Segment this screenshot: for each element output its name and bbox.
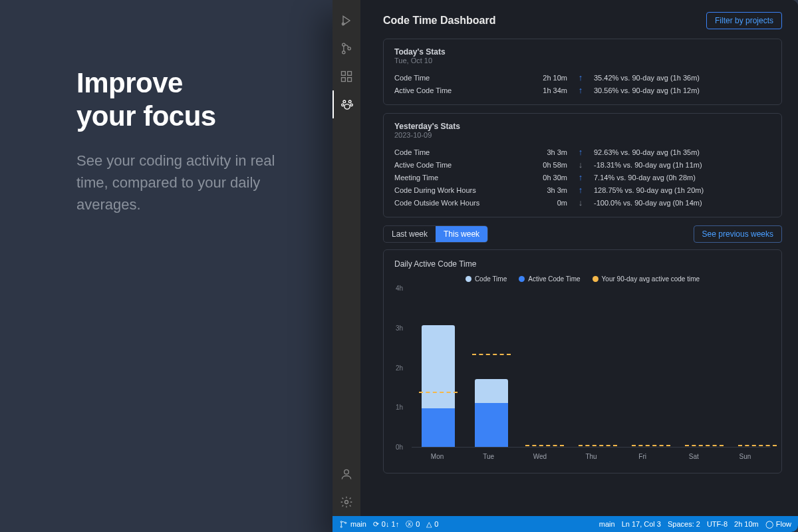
promo-heading: Improve your focus <box>76 66 299 134</box>
avg-line <box>525 445 564 446</box>
stat-label: Code During Work Hours <box>394 186 527 194</box>
run-icon[interactable] <box>332 7 360 35</box>
warnings-indicator[interactable]: △ 0 <box>426 520 438 529</box>
stat-value: 2h 10m <box>527 74 567 82</box>
arrow-up-icon: ↑ <box>567 147 594 157</box>
x-label: Tue <box>463 448 514 467</box>
y-tick: 4h <box>396 285 403 292</box>
account-icon[interactable] <box>332 460 360 488</box>
chart-panel: Daily Active Code Time Code Time Active … <box>383 249 782 473</box>
stat-value: 1h 34m <box>527 86 567 94</box>
legend-active-code-time: Active Code Time <box>519 275 580 283</box>
stat-comparison: 92.63% vs. 90-day avg (1h 35m) <box>594 148 771 156</box>
stat-comparison: 35.42% vs. 90-day avg (1h 36m) <box>594 74 771 82</box>
stat-label: Meeting Time <box>394 174 527 182</box>
stat-label: Active Code Time <box>394 86 527 94</box>
stat-value: 0m <box>527 199 567 207</box>
legend-code-time: Code Time <box>466 275 507 283</box>
stat-comparison: 30.56% vs. 90-day avg (1h 12m) <box>594 86 771 94</box>
stat-row: Meeting Time0h 30m↑7.14% vs. 90-day avg … <box>394 171 771 184</box>
previous-weeks-button[interactable]: See previous weeks <box>694 225 782 243</box>
source-control-icon[interactable] <box>332 35 360 63</box>
arrow-down-icon: ↓ <box>567 160 594 170</box>
sync-indicator[interactable]: ⟳ 0↓ 1↑ <box>373 520 399 529</box>
avg-line <box>632 445 670 446</box>
stat-value: 3h 3m <box>527 186 567 194</box>
avg-line <box>419 392 458 393</box>
panel-title: Yesterday's Stats <box>394 122 771 131</box>
promo-panel: Improve your focus See your coding activ… <box>0 0 332 532</box>
chart-title: Daily Active Code Time <box>394 259 771 269</box>
arrow-down-icon: ↓ <box>567 198 594 207</box>
extensions-icon[interactable] <box>332 63 360 90</box>
svg-point-15 <box>340 521 342 522</box>
stat-comparison: -18.31% vs. 90-day avg (1h 11m) <box>594 161 771 169</box>
status-bar: main ⟳ 0↓ 1↑ ⓧ 0 △ 0 main Ln 17, Col 3 S… <box>332 516 798 532</box>
cursor-position[interactable]: Ln 17, Col 3 <box>622 520 661 528</box>
svg-point-8 <box>343 100 346 103</box>
arrow-up-icon: ↑ <box>567 72 594 82</box>
flow-status[interactable]: ◯ Flow <box>765 520 791 529</box>
arrow-up-icon: ↑ <box>567 85 594 95</box>
stat-row: Active Code Time0h 58m↓-18.31% vs. 90-da… <box>394 158 771 171</box>
encoding[interactable]: UTF-8 <box>707 520 728 528</box>
week-tabs: Last week This week <box>383 225 488 243</box>
chart-legend: Code Time Active Code Time Your 90-day a… <box>394 275 771 283</box>
avg-line <box>472 354 511 355</box>
svg-point-2 <box>342 51 345 54</box>
software-paw-icon[interactable] <box>332 90 360 118</box>
stat-comparison: 128.75% vs. 90-day avg (1h 20m) <box>594 186 771 194</box>
svg-rect-4 <box>342 72 346 76</box>
tab-last-week[interactable]: Last week <box>384 226 436 242</box>
y-tick: 2h <box>396 364 403 371</box>
dashboard-title: Code Time Dashboard <box>383 15 496 27</box>
legend-avg: Your 90-day avg active code time <box>593 275 700 283</box>
branch-indicator[interactable]: main <box>339 520 366 529</box>
svg-point-12 <box>344 104 350 110</box>
x-label: Wed <box>514 448 565 467</box>
stat-label: Code Time <box>394 74 527 82</box>
panel-title: Today's Stats <box>394 47 771 57</box>
vscode-window: Code Time Dashboard Filter by projects T… <box>332 0 798 532</box>
x-label: Sun <box>720 448 771 467</box>
stat-label: Active Code Time <box>394 161 527 169</box>
bar-chart: 0h1h2h3h4h MonTueWedThuFriSatSun <box>394 288 771 467</box>
stat-label: Code Outside Work Hours <box>394 199 527 207</box>
svg-point-9 <box>348 100 351 103</box>
svg-point-16 <box>340 526 342 527</box>
tab-this-week[interactable]: This week <box>436 226 487 242</box>
settings-gear-icon[interactable] <box>332 488 360 516</box>
indent-setting[interactable]: Spaces: 2 <box>668 520 700 528</box>
stat-comparison: -100.0% vs. 90-day avg (0h 14m) <box>594 199 771 207</box>
code-time-status[interactable]: 2h 10m <box>734 520 759 528</box>
x-label: Thu <box>565 448 616 467</box>
svg-rect-6 <box>348 78 352 82</box>
svg-point-14 <box>345 501 348 504</box>
filter-projects-button[interactable]: Filter by projects <box>706 12 782 29</box>
stat-value: 0h 30m <box>527 174 567 182</box>
svg-point-17 <box>345 522 346 523</box>
y-tick: 1h <box>396 404 403 411</box>
sb-branch[interactable]: main <box>599 520 615 528</box>
svg-rect-7 <box>348 72 352 76</box>
avg-line <box>738 445 777 446</box>
panel-date: Tue, Oct 10 <box>394 57 771 65</box>
svg-point-1 <box>342 43 345 46</box>
stat-row: Code Time2h 10m↑35.42% vs. 90-day avg (1… <box>394 71 771 84</box>
arrow-up-icon: ↑ <box>567 172 594 182</box>
arrow-up-icon: ↑ <box>567 185 594 195</box>
x-label: Fri <box>617 448 668 467</box>
stat-value: 0h 58m <box>527 161 567 169</box>
stat-comparison: 7.14% vs. 90-day avg (0h 28m) <box>594 174 771 182</box>
svg-rect-5 <box>342 78 346 82</box>
svg-point-10 <box>342 104 344 106</box>
todays-stats-panel: Today's Stats Tue, Oct 10 Code Time2h 10… <box>383 39 782 105</box>
activity-bar <box>332 0 360 516</box>
svg-point-13 <box>344 469 349 474</box>
svg-point-11 <box>350 104 352 106</box>
x-label: Mon <box>412 448 463 467</box>
stat-value: 3h 3m <box>527 148 567 156</box>
dashboard-content: Code Time Dashboard Filter by projects T… <box>360 0 798 516</box>
bar-active-time <box>422 408 455 447</box>
errors-indicator[interactable]: ⓧ 0 <box>406 519 420 529</box>
